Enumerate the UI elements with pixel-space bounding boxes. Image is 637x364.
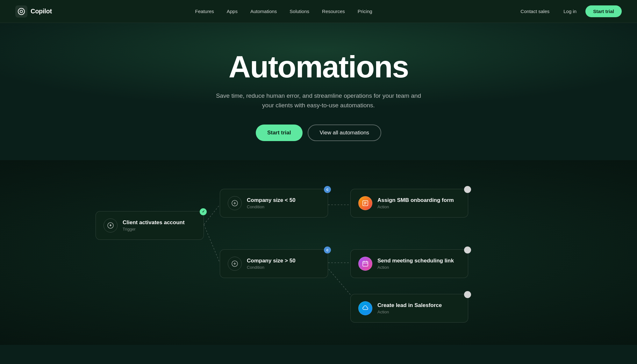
action-2-icon: [358, 257, 372, 271]
action-2-badge: [464, 246, 471, 253]
nav-pricing[interactable]: Pricing: [353, 6, 377, 17]
condition-1-card: Company size < 50 Condition c: [220, 189, 328, 218]
condition-2-icon: [228, 257, 242, 271]
action-3-card-title: Create lead in Salesforce: [377, 302, 442, 309]
action-2-card-content: Send meeting scheduling link Action: [377, 257, 454, 270]
action-3-badge: [464, 291, 471, 298]
action-1-badge: [464, 186, 471, 193]
logo-text: Copilot: [31, 8, 52, 15]
log-in-link[interactable]: Log in: [558, 6, 582, 17]
diagram-wrapper: Client activates account Trigger ✓ Compa…: [96, 173, 541, 319]
action-1-icon: [358, 196, 372, 210]
action-1-card-title: Assign SMB onboarding form: [377, 197, 454, 204]
trigger-badge: ✓: [200, 208, 207, 215]
hero-subtitle: Save time, reduce human error, and strea…: [210, 91, 427, 111]
condition-2-badge: c: [324, 246, 331, 253]
hero-title: Automations: [15, 52, 622, 82]
logo[interactable]: Copilot: [15, 5, 52, 18]
view-all-automations-button[interactable]: View all automations: [308, 125, 382, 141]
trigger-icon: [104, 218, 118, 232]
action-3-card: Create lead in Salesforce Action: [350, 294, 468, 323]
action-3-icon: [358, 301, 372, 315]
trigger-card: Client activates account Trigger ✓: [96, 211, 204, 240]
condition-2-card-title: Company size > 50: [247, 257, 296, 264]
nav-links: Features Apps Automations Solutions Reso…: [190, 9, 377, 14]
condition-2-card: Company size > 50 Condition c: [220, 249, 328, 278]
navigation: Copilot Features Apps Automations Soluti…: [0, 0, 637, 23]
nav-right: Contact sales Log in Start trial: [515, 5, 622, 17]
hero-start-trial-button[interactable]: Start trial: [256, 125, 303, 141]
action-3-card-type: Action: [377, 310, 442, 314]
trigger-card-title: Client activates account: [123, 219, 185, 226]
svg-rect-16: [363, 261, 368, 266]
condition-2-card-content: Company size > 50 Condition: [247, 257, 296, 270]
nav-apps[interactable]: Apps: [222, 6, 243, 17]
hero-section: Automations Save time, reduce human erro…: [0, 23, 637, 160]
nav-resources[interactable]: Resources: [317, 6, 350, 17]
condition-2-card-type: Condition: [247, 265, 296, 270]
action-2-card-type: Action: [377, 265, 454, 270]
action-1-card: Assign SMB onboarding form Action: [350, 189, 468, 218]
diagram-section: Client activates account Trigger ✓ Compa…: [0, 160, 637, 345]
condition-1-card-content: Company size < 50 Condition: [247, 197, 296, 209]
condition-1-badge: c: [324, 186, 331, 193]
nav-start-trial-button[interactable]: Start trial: [585, 5, 622, 17]
action-2-card-title: Send meeting scheduling link: [377, 257, 454, 264]
svg-rect-0: [15, 5, 27, 18]
nav-solutions[interactable]: Solutions: [284, 6, 314, 17]
action-2-card: Send meeting scheduling link Action: [350, 249, 468, 278]
svg-line-4: [204, 225, 220, 263]
trigger-card-content: Client activates account Trigger: [123, 219, 185, 232]
condition-1-icon: [228, 196, 242, 210]
condition-1-card-title: Company size < 50: [247, 197, 296, 204]
action-3-card-content: Create lead in Salesforce Action: [377, 302, 442, 314]
svg-line-7: [328, 268, 350, 295]
condition-1-card-type: Condition: [247, 204, 296, 209]
hero-buttons: Start trial View all automations: [15, 125, 622, 141]
trigger-card-type: Trigger: [123, 227, 185, 232]
action-1-card-content: Assign SMB onboarding form Action: [377, 197, 454, 209]
action-1-card-type: Action: [377, 204, 454, 209]
nav-features[interactable]: Features: [190, 6, 219, 17]
nav-automations[interactable]: Automations: [245, 6, 282, 17]
contact-sales-link[interactable]: Contact sales: [515, 6, 555, 17]
svg-line-3: [204, 205, 220, 225]
svg-point-9: [110, 225, 111, 226]
